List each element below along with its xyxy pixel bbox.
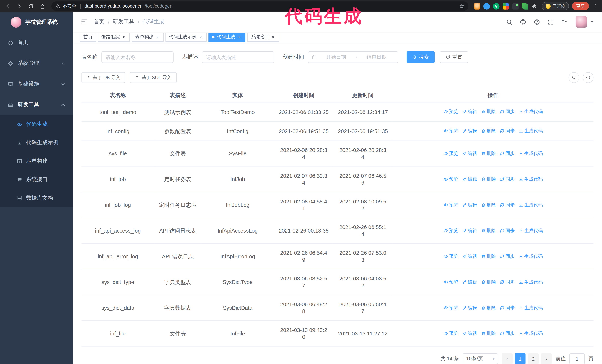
tab-5[interactable]: 系统接口× bbox=[247, 32, 279, 42]
action-edit[interactable]: 编辑 bbox=[462, 176, 477, 182]
action-sync[interactable]: 同步 bbox=[500, 150, 515, 157]
action-generate[interactable]: 生成代码 bbox=[518, 253, 543, 260]
action-generate[interactable]: 生成代码 bbox=[518, 201, 543, 208]
close-icon[interactable]: × bbox=[121, 35, 126, 40]
action-edit[interactable]: 编辑 bbox=[462, 304, 477, 311]
sidebar-item-3[interactable]: 研发工具 bbox=[0, 94, 73, 115]
sidebar-toggle-button[interactable] bbox=[81, 19, 87, 25]
sidebar-subitem-2[interactable]: 表单构建 bbox=[0, 152, 73, 170]
breadcrumb-item-1[interactable]: 研发工具 bbox=[113, 19, 134, 25]
action-edit[interactable]: 编辑 bbox=[462, 150, 477, 157]
sidebar-subitem-3[interactable]: 系统接口 bbox=[0, 170, 73, 189]
action-sync[interactable]: 同步 bbox=[500, 279, 515, 285]
action-generate[interactable]: 生成代码 bbox=[518, 108, 543, 115]
action-delete[interactable]: 删除 bbox=[481, 127, 496, 134]
action-generate[interactable]: 生成代码 bbox=[518, 279, 543, 285]
action-preview[interactable]: 预览 bbox=[443, 108, 458, 115]
sidebar-subitem-0[interactable]: 代码生成 bbox=[0, 115, 73, 134]
action-sync[interactable]: 同步 bbox=[500, 201, 515, 208]
goto-page-input[interactable] bbox=[570, 354, 585, 364]
table-desc-input[interactable] bbox=[202, 52, 274, 63]
action-preview[interactable]: 预览 bbox=[443, 304, 458, 311]
import-db-button[interactable]: 基于 DB 导入 bbox=[81, 72, 125, 83]
breadcrumb-item-0[interactable]: 首页 bbox=[94, 19, 105, 25]
sidebar-subitem-4[interactable]: 数据库文档 bbox=[0, 189, 73, 207]
action-edit[interactable]: 编辑 bbox=[462, 108, 477, 115]
action-generate[interactable]: 生成代码 bbox=[518, 150, 543, 157]
search-button[interactable]: 搜索 bbox=[407, 52, 435, 63]
action-generate[interactable]: 生成代码 bbox=[518, 304, 543, 311]
fullscreen-button[interactable] bbox=[548, 19, 554, 25]
paused-badge[interactable]: 已暂停 bbox=[542, 2, 569, 10]
import-sql-button[interactable]: 基于 SQL 导入 bbox=[130, 72, 176, 83]
action-delete[interactable]: 删除 bbox=[481, 330, 496, 337]
page-2-button[interactable]: 2 bbox=[528, 354, 539, 364]
action-edit[interactable]: 编辑 bbox=[462, 253, 477, 260]
action-edit[interactable]: 编辑 bbox=[462, 330, 477, 337]
table-name-input[interactable] bbox=[101, 52, 173, 63]
tab-1[interactable]: 链路追踪× bbox=[98, 32, 130, 42]
action-sync[interactable]: 同步 bbox=[500, 253, 515, 260]
action-delete[interactable]: 删除 bbox=[481, 253, 496, 260]
action-sync[interactable]: 同步 bbox=[500, 304, 515, 311]
action-sync[interactable]: 同步 bbox=[500, 227, 515, 234]
action-preview[interactable]: 预览 bbox=[443, 176, 458, 182]
grid-ext-icon[interactable] bbox=[503, 3, 509, 10]
action-delete[interactable]: 删除 bbox=[481, 279, 496, 285]
action-delete[interactable]: 删除 bbox=[481, 304, 496, 311]
user-menu[interactable] bbox=[576, 16, 594, 28]
action-preview[interactable]: 预览 bbox=[443, 227, 458, 234]
action-generate[interactable]: 生成代码 bbox=[518, 127, 543, 134]
close-icon[interactable]: × bbox=[271, 35, 276, 40]
tab-0[interactable]: 首页 bbox=[80, 32, 96, 42]
action-edit[interactable]: 编辑 bbox=[462, 201, 477, 208]
leaf-ext-icon[interactable] bbox=[522, 3, 528, 10]
home-button[interactable] bbox=[38, 2, 46, 10]
forward-button[interactable] bbox=[15, 2, 23, 10]
action-preview[interactable]: 预览 bbox=[443, 253, 458, 260]
action-edit[interactable]: 编辑 bbox=[462, 127, 477, 134]
tab-4[interactable]: 代码生成× bbox=[208, 32, 245, 42]
sidebar-item-2[interactable]: 基础设施 bbox=[0, 74, 73, 94]
action-preview[interactable]: 预览 bbox=[443, 201, 458, 208]
tab-3[interactable]: 代码生成示例× bbox=[165, 32, 206, 42]
bookmark-star-icon[interactable] bbox=[459, 3, 464, 9]
search-button[interactable] bbox=[506, 19, 513, 25]
close-icon[interactable]: × bbox=[198, 35, 203, 40]
action-sync[interactable]: 同步 bbox=[500, 127, 515, 134]
prev-page-button[interactable]: ‹ bbox=[502, 354, 513, 364]
page-1-button[interactable]: 1 bbox=[515, 354, 526, 364]
action-edit[interactable]: 编辑 bbox=[462, 279, 477, 285]
action-preview[interactable]: 预览 bbox=[443, 150, 458, 157]
update-button[interactable]: 更新 bbox=[572, 2, 589, 10]
dark-ext-icon[interactable] bbox=[512, 3, 519, 10]
back-button[interactable] bbox=[4, 2, 11, 10]
font-size-button[interactable]: TT bbox=[561, 19, 568, 25]
date-range-picker[interactable]: 开始日期 - 结束日期 bbox=[308, 52, 398, 63]
vue-ext-icon[interactable]: V bbox=[493, 3, 499, 10]
github-button[interactable] bbox=[520, 19, 526, 25]
url-bar[interactable]: 不安全 | dashboard.yudao.iocoder.cn/tool/co… bbox=[52, 1, 468, 11]
tab-2[interactable]: 表单构建× bbox=[132, 32, 163, 42]
action-generate[interactable]: 生成代码 bbox=[518, 227, 543, 234]
refresh-table-button[interactable] bbox=[583, 72, 593, 83]
action-delete[interactable]: 删除 bbox=[481, 108, 496, 115]
action-generate[interactable]: 生成代码 bbox=[518, 176, 543, 182]
action-sync[interactable]: 同步 bbox=[500, 330, 515, 337]
sidebar-item-0[interactable]: 首页 bbox=[0, 32, 73, 53]
drop-ext-icon[interactable] bbox=[484, 3, 490, 10]
puzzle-icon[interactable] bbox=[531, 3, 538, 10]
next-page-button[interactable]: › bbox=[541, 354, 552, 364]
reset-button[interactable]: 重置 bbox=[440, 52, 468, 63]
reload-button[interactable] bbox=[27, 2, 34, 10]
action-sync[interactable]: 同步 bbox=[500, 108, 515, 115]
action-preview[interactable]: 预览 bbox=[443, 127, 458, 134]
action-generate[interactable]: 生成代码 bbox=[518, 330, 543, 337]
action-delete[interactable]: 删除 bbox=[481, 227, 496, 234]
sidebar-subitem-1[interactable]: 代码生成示例 bbox=[0, 134, 73, 152]
fox-ext-icon[interactable] bbox=[474, 3, 480, 10]
action-delete[interactable]: 删除 bbox=[481, 150, 496, 157]
page-size-select[interactable]: 10条/页 ▾ bbox=[463, 354, 498, 364]
action-delete[interactable]: 删除 bbox=[481, 176, 496, 182]
close-icon[interactable]: × bbox=[155, 35, 160, 40]
